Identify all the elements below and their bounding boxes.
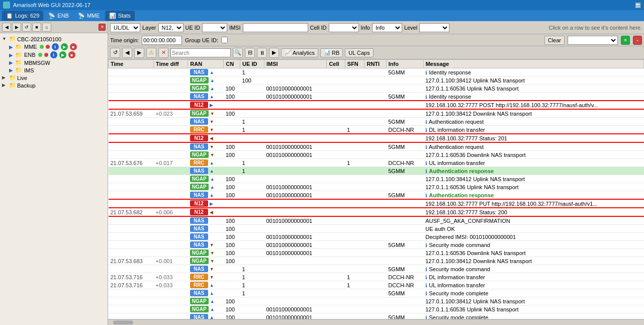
add-btn[interactable]: + xyxy=(621,36,630,45)
enb-action3[interactable]: ■ xyxy=(68,51,75,58)
cell-sfn xyxy=(345,249,364,257)
layer-select[interactable]: N12, 1 xyxy=(158,23,183,32)
table-row[interactable]: NAS 100 UE auth OK xyxy=(109,225,644,233)
cell-rnti xyxy=(364,126,386,134)
ul-caps-btn[interactable]: UL Caps xyxy=(345,48,373,57)
cell-rnti xyxy=(364,265,386,273)
table-row[interactable]: 21.07.53.682 +0.006 N12 ◀ 192.168.100.32… xyxy=(109,208,644,216)
table-row[interactable]: NGAP ▲ 100 127.0.1.100:38412 Uplink NAS … xyxy=(109,175,644,183)
cellid-select[interactable] xyxy=(329,23,359,32)
next-btn[interactable]: ▶ xyxy=(134,48,144,58)
table-row[interactable]: 21.07.53.716 +0.033 RRC ▼ 1 1 DCCH-NR ℹ … xyxy=(109,273,644,281)
h-scrollbar[interactable] xyxy=(108,319,644,325)
cell-rnti xyxy=(364,183,386,191)
cell-sfn: 1 xyxy=(345,126,364,134)
error-btn[interactable]: ✕ xyxy=(158,48,168,58)
sidebar-refresh-btn[interactable]: ↺ xyxy=(22,23,31,32)
table-row[interactable]: N12 ▶ 192.168.100.32:7777 PUT http://192… xyxy=(109,199,644,208)
cell-ueid xyxy=(240,208,264,216)
mme-item-icon: ▶ xyxy=(9,44,13,50)
group-ue-checkbox[interactable] xyxy=(221,37,228,43)
sidebar-close-btn[interactable]: ✕ xyxy=(99,24,106,31)
enb-label: ENB xyxy=(24,52,36,58)
ueid-select[interactable] xyxy=(202,23,227,32)
enb-action1[interactable]: ℹ xyxy=(50,51,57,58)
table-row[interactable]: 21.07.53.716 +0.033 RRC ▲ 1 1 DCCH-NR ℹ … xyxy=(109,281,644,289)
filter-btn[interactable]: ⊟ xyxy=(245,48,255,58)
sidebar-home-btn[interactable]: ⌂ xyxy=(42,23,51,32)
sidebar-item-enb[interactable]: ▶ 📁 ENB ℹ ▶ ■ xyxy=(1,51,107,59)
table-row[interactable]: NAS ▲ 100 001010000000001 5GMM ℹ Identit… xyxy=(109,93,644,101)
info-select[interactable]: Info xyxy=(372,23,402,32)
tab-logs[interactable]: 📋 Logs: 629 xyxy=(2,11,43,21)
ul-dl-select[interactable]: UL/DLULDL xyxy=(110,23,140,32)
tab-mme[interactable]: 📡 MME xyxy=(74,11,104,21)
table-row[interactable]: NAS ▲ 100 001010000000001 5GMM ℹ Securit… xyxy=(109,313,644,319)
sidebar-item-mme[interactable]: ▶ 📁 MME ℹ ▶ ■ xyxy=(1,43,107,51)
cell-cn: 100 xyxy=(224,257,240,265)
table-row[interactable]: NGAP ▲ 100 127.0.1.100:38412 Uplink NAS … xyxy=(109,76,644,85)
table-row[interactable]: NGAP ▼ 100 001010000000001 127.0.1.1:605… xyxy=(109,249,644,257)
cell-cell xyxy=(327,257,345,265)
sidebar-item-ims[interactable]: ▶ 📁 IMS xyxy=(1,66,107,74)
table-row[interactable]: NAS ▼ 1 5GMM ℹ Security mode command xyxy=(109,265,644,273)
refresh-btn[interactable]: ↺ xyxy=(110,48,120,58)
table-row[interactable]: 21.07.53.683 +0.001 NGAP ▼ 100 127.0.1.1… xyxy=(109,257,644,265)
table-row[interactable]: N12 ▶ 192.168.100.32:7777 POST http://19… xyxy=(109,101,644,109)
rb-btn[interactable]: 📊 RB xyxy=(320,48,343,57)
table-row[interactable]: NAS ▼ 1 5GMM ℹ Authentication request xyxy=(109,118,644,126)
mme-action3[interactable]: ■ xyxy=(70,43,77,50)
clear-button[interactable]: Clear xyxy=(544,36,565,45)
sidebar-back-btn[interactable]: ◀ xyxy=(2,23,11,32)
clear-select[interactable] xyxy=(568,36,618,45)
table-row[interactable]: NGAP ▼ 100 001010000000001 127.0.1.1:605… xyxy=(109,151,644,159)
cell-time xyxy=(109,305,154,313)
table-row[interactable]: N12 ◀ 192.168.100.32:7777 Status: 201 xyxy=(109,134,644,142)
table-row[interactable]: 21.07.53.659 +0.023 NGAP ▼ 100 127.0.1.1… xyxy=(109,109,644,118)
cell-cn xyxy=(224,68,240,76)
tab-enb[interactable]: 📡 ENB xyxy=(44,11,73,21)
window-controls[interactable]: 🔙 xyxy=(635,3,641,8)
cell-diff xyxy=(154,265,188,273)
imsi-input[interactable] xyxy=(243,23,308,32)
prev-btn[interactable]: ◀ xyxy=(122,48,132,58)
table-row[interactable]: NAS ▲ 100 001010000000001 5GMM ℹ Authent… xyxy=(109,191,644,200)
sidebar-forward-btn[interactable]: ▶ xyxy=(12,23,21,32)
search-icon-btn[interactable]: 🔍 xyxy=(233,48,243,58)
level-select[interactable] xyxy=(419,23,449,32)
sidebar-item-mbmsgw[interactable]: ▶ 📁 MBMSGW xyxy=(1,59,107,66)
pause-btn[interactable]: ⏸ xyxy=(257,48,267,58)
remove-btn[interactable]: - xyxy=(633,36,642,45)
mme-action1[interactable]: ℹ xyxy=(52,43,59,50)
search-input[interactable] xyxy=(170,48,231,57)
sidebar-item-cbc[interactable]: ▼ 📁 CBC-2021050100 xyxy=(1,35,107,43)
table-row[interactable]: 21.07.53.676 +0.017 RRC ▲ 1 1 DCCH-NR ℹ … xyxy=(109,159,644,167)
cell-cn xyxy=(224,118,240,126)
table-row[interactable]: NAS ▲ 1 5GMM ℹ Security mode complete xyxy=(109,289,644,297)
sidebar-item-live[interactable]: ▶ 📁 Live xyxy=(1,74,107,82)
table-row[interactable]: NAS ▲ 1 5GMM ℹ Authentication response xyxy=(109,167,644,175)
table-row[interactable]: NAS ▲ 1 5GMM ℹ Identity response xyxy=(109,68,644,76)
table-row[interactable]: NAS 100 001010000000001 AUSF_5G_AKA_CONF… xyxy=(109,216,644,225)
log-container[interactable]: Time Time diff RAN CN UE ID IMSI Cell SF… xyxy=(108,59,644,319)
play-btn[interactable]: ▶ xyxy=(269,48,279,58)
table-row[interactable]: RRC ▼ 1 1 DCCH-NR ℹ DL information trans… xyxy=(109,126,644,134)
tab-stats[interactable]: 📊 Stats xyxy=(105,11,135,21)
cell-cn: 100 xyxy=(224,241,240,249)
cell-rnti xyxy=(364,199,386,208)
table-row[interactable]: NGAP ▲ 100 001010000000001 127.0.1.1:605… xyxy=(109,183,644,191)
table-row[interactable]: NGAP ▲ 100 001010000000001 127.0.1.1:605… xyxy=(109,85,644,93)
mme-action2[interactable]: ▶ xyxy=(61,43,68,50)
table-row[interactable]: NAS 100 001010000000001 Deciphered IMSI:… xyxy=(109,233,644,241)
sidebar-stop-btn[interactable]: ■ xyxy=(32,23,41,32)
time-origin-input[interactable] xyxy=(142,36,182,45)
table-row[interactable]: NGAP ▲ 100 001010000000001 127.0.1.1:605… xyxy=(109,305,644,313)
enb-action2[interactable]: ▶ xyxy=(59,51,66,58)
table-row[interactable]: NGAP ▲ 100 127.0.1.100:38412 Uplink NAS … xyxy=(109,297,644,305)
analytics-btn[interactable]: 📈 Analytics xyxy=(281,48,318,57)
sidebar-item-backup[interactable]: ▶ 📁 Backup xyxy=(1,82,107,89)
cell-sfn xyxy=(345,76,364,85)
table-row[interactable]: NAS ▼ 100 001010000000001 5GMM ℹ Securit… xyxy=(109,241,644,249)
warning-btn[interactable]: ⚠ xyxy=(146,48,156,58)
table-row[interactable]: NAS ▼ 100 001010000000001 5GMM ℹ Authent… xyxy=(109,142,644,151)
